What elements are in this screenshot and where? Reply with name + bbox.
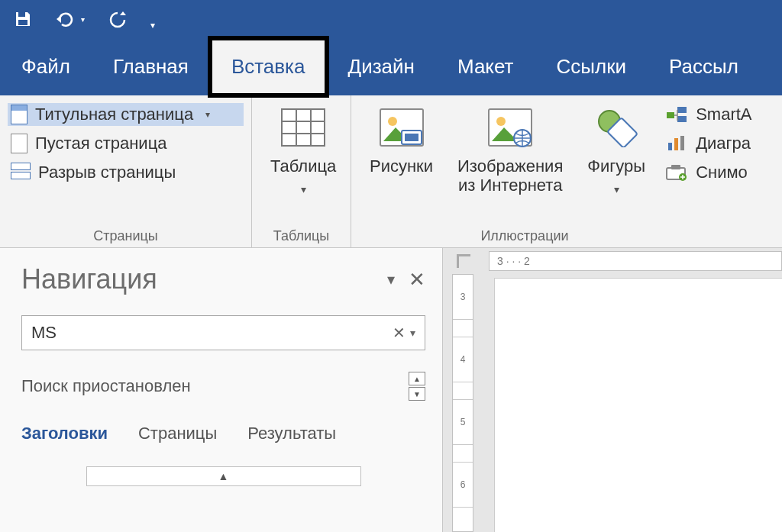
- redo-icon[interactable]: [108, 10, 128, 28]
- svg-point-12: [496, 117, 506, 126]
- horizontal-ruler[interactable]: 3 · · · 2: [489, 251, 782, 271]
- tab-insert[interactable]: Вставка: [210, 38, 327, 95]
- document-page[interactable]: [495, 279, 782, 532]
- group-tables: Таблица ▾ Таблицы: [252, 95, 351, 247]
- next-result-button[interactable]: ▼: [409, 387, 425, 401]
- table-label: Таблица: [270, 156, 336, 176]
- navigation-tabs: Заголовки Страницы Результаты: [21, 424, 425, 447]
- tab-mailings[interactable]: Рассыл: [648, 38, 760, 95]
- page-break-icon: [11, 163, 31, 182]
- online-pictures-button[interactable]: Изображения из Интернета: [447, 102, 574, 225]
- navigation-pane: Навигация ▾ ✕ MS ✕ ▾ Поиск приостановлен…: [0, 248, 443, 532]
- svg-rect-0: [18, 12, 25, 17]
- screenshot-label: Снимо: [696, 163, 748, 182]
- blank-page-label: Пустая страница: [35, 134, 166, 153]
- chart-label: Диагра: [696, 134, 751, 153]
- pictures-button[interactable]: Рисунки: [359, 102, 444, 225]
- navigation-search-input[interactable]: MS ✕ ▾: [21, 315, 425, 350]
- svg-rect-1: [18, 20, 27, 25]
- chevron-down-icon: ▾: [205, 109, 210, 120]
- search-status-text: Поиск приостановлен: [21, 376, 191, 396]
- collapse-headings-button[interactable]: ▲: [86, 466, 361, 486]
- svg-rect-17: [677, 107, 687, 113]
- vertical-ruler[interactable]: 3 4 5 6: [452, 274, 473, 532]
- prev-result-button[interactable]: ▲: [409, 372, 425, 385]
- svg-rect-2: [282, 109, 325, 146]
- online-pictures-icon: [486, 105, 535, 150]
- svg-rect-18: [677, 116, 687, 122]
- undo-dropdown-caret[interactable]: ▾: [81, 15, 85, 24]
- document-area: 3 · · · 2 3 4 5 6: [443, 248, 782, 532]
- blank-page-button[interactable]: Пустая страница: [8, 132, 244, 155]
- picture-icon: [377, 105, 426, 150]
- nav-tab-headings[interactable]: Заголовки: [21, 424, 108, 447]
- svg-rect-16: [667, 112, 674, 118]
- tab-file[interactable]: Файл: [0, 38, 92, 95]
- page-break-button[interactable]: Разрыв страницы: [8, 161, 244, 184]
- pictures-label: Рисунки: [370, 156, 433, 176]
- title-page-button[interactable]: Титульная страница ▾: [8, 103, 244, 126]
- nav-tab-pages[interactable]: Страницы: [138, 424, 217, 447]
- ribbon-tabstrip: Файл Главная Вставка Дизайн Макет Ссылки…: [0, 38, 782, 95]
- smartart-button[interactable]: SmartA: [665, 105, 782, 124]
- title-page-label: Титульная страница: [35, 105, 193, 124]
- chevron-down-icon: ▾: [614, 183, 619, 195]
- chevron-down-icon: ▾: [301, 183, 306, 195]
- smartart-label: SmartA: [696, 105, 751, 124]
- group-pages: Титульная страница ▾ Пустая страница Раз…: [0, 95, 252, 247]
- nav-close-icon[interactable]: ✕: [409, 268, 425, 292]
- quick-access-toolbar: ▾ ▾: [0, 0, 782, 38]
- nav-tab-results[interactable]: Результаты: [247, 424, 336, 447]
- search-clear-icon[interactable]: ✕: [393, 324, 406, 342]
- search-status-row: Поиск приостановлен ▲ ▼: [21, 372, 425, 401]
- chart-button[interactable]: Диагра: [665, 134, 782, 153]
- navigation-title: Навигация: [21, 263, 387, 295]
- lower-area: Навигация ▾ ✕ MS ✕ ▾ Поиск приостановлен…: [0, 248, 782, 532]
- group-tables-label: Таблицы: [260, 225, 343, 244]
- search-value: MS: [31, 323, 393, 343]
- qat-customize-caret[interactable]: ▾: [150, 20, 155, 31]
- chart-icon: [665, 134, 688, 153]
- svg-rect-10: [405, 134, 418, 141]
- blank-page-icon: [11, 134, 27, 153]
- table-button[interactable]: Таблица ▾: [260, 102, 347, 225]
- svg-rect-19: [668, 143, 672, 150]
- svg-point-8: [388, 117, 397, 126]
- page-break-label: Разрыв страницы: [38, 163, 176, 182]
- title-page-icon: [11, 105, 27, 124]
- tab-home[interactable]: Главная: [92, 38, 210, 95]
- shapes-button[interactable]: Фигуры ▾: [577, 102, 656, 225]
- tab-layout[interactable]: Макет: [436, 38, 535, 95]
- svg-rect-20: [674, 138, 678, 150]
- group-illustrations-label: Иллюстрации: [359, 225, 782, 244]
- tab-references[interactable]: Ссылки: [535, 38, 648, 95]
- undo-icon[interactable]: ▾: [55, 11, 85, 27]
- screenshot-button[interactable]: Снимо: [665, 163, 782, 182]
- tab-design[interactable]: Дизайн: [327, 38, 436, 95]
- group-illustrations: Рисунки Изображения из Интернета Фигуры …: [351, 95, 782, 247]
- shapes-icon: [592, 105, 641, 150]
- smartart-icon: [665, 105, 688, 124]
- search-options-caret[interactable]: ▾: [410, 327, 415, 339]
- nav-options-caret[interactable]: ▾: [387, 270, 395, 289]
- group-pages-label: Страницы: [8, 225, 244, 244]
- shapes-label: Фигуры: [587, 156, 645, 176]
- ruler-corner-icon: [457, 254, 470, 268]
- screenshot-icon: [665, 163, 688, 182]
- svg-rect-23: [671, 165, 680, 169]
- svg-rect-21: [680, 136, 684, 150]
- table-icon: [279, 105, 328, 150]
- save-icon[interactable]: [14, 10, 32, 28]
- ribbon: Титульная страница ▾ Пустая страница Раз…: [0, 95, 782, 248]
- online-pictures-label: Изображения из Интернета: [457, 156, 563, 195]
